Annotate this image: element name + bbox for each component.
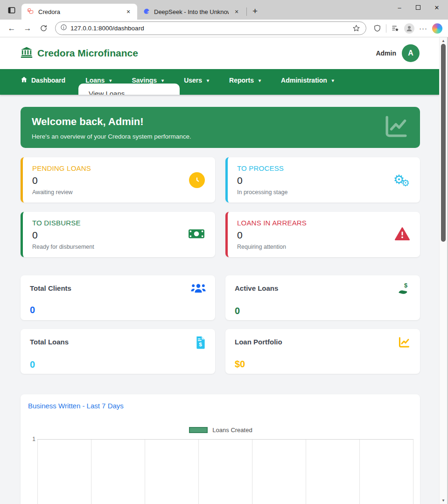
- url-text[interactable]: 127.0.0.1:8000/dashboard: [70, 25, 347, 32]
- page-scrollbar[interactable]: ▲ ▼: [439, 37, 447, 504]
- new-tab-button[interactable]: +: [249, 6, 261, 16]
- tab-credora[interactable]: Credora ×: [21, 4, 137, 20]
- tab-actions-icon[interactable]: [5, 3, 19, 17]
- browser-toolbar: ← → 127.0.0.1:8000/dashboard ···: [0, 20, 448, 37]
- grid-column: [360, 440, 413, 504]
- nav-item-administration[interactable]: Administration▾: [281, 74, 344, 87]
- welcome-banner: Welcome back, Admin! Here's an overview …: [21, 107, 420, 148]
- stat-title: TO DISBURSE: [32, 219, 206, 227]
- stat-title: PENDING LOANS: [32, 164, 206, 172]
- user-avatar[interactable]: A: [402, 44, 420, 62]
- main-nav: Dashboard Loans▾ Savings▾ Users▾ Reports…: [0, 69, 439, 95]
- maximize-icon: [416, 5, 420, 10]
- summary-card-loan-portfolio: Loan Portfolio $0: [225, 329, 420, 374]
- stat-value: 0: [32, 175, 206, 186]
- stat-subtitle: Awaiting review: [32, 189, 206, 196]
- laravel-favicon-icon: [27, 7, 35, 16]
- grid-column: [145, 440, 199, 504]
- welcome-title: Welcome back, Admin!: [32, 116, 409, 128]
- stat-card-to-disburse: TO DISBURSE 0 Ready for disbursement: [21, 212, 215, 257]
- summary-value: 0: [30, 359, 206, 370]
- svg-text:$: $: [404, 282, 407, 289]
- nav-item-users[interactable]: Users▾: [184, 74, 219, 87]
- brand[interactable]: Credora Microfinance: [21, 46, 138, 60]
- browser-essentials-icon[interactable]: [371, 22, 383, 35]
- gears-icon: ⚙⚙: [393, 173, 410, 187]
- scroll-up-icon[interactable]: ▲: [440, 39, 447, 43]
- minimize-button[interactable]: –: [390, 0, 409, 15]
- summary-title: Loan Portfolio: [235, 336, 282, 346]
- address-bar[interactable]: 127.0.0.1:8000/dashboard: [55, 21, 366, 35]
- stat-value: 0: [237, 175, 411, 186]
- clock-icon: [189, 172, 205, 188]
- close-window-button[interactable]: ✕: [427, 0, 446, 15]
- scrollbar-thumb[interactable]: [441, 44, 446, 242]
- window-controls: – ✕: [390, 0, 446, 15]
- chevron-down-icon: ▾: [332, 78, 334, 83]
- summary-value: 0: [30, 305, 206, 315]
- legend-label: Loans Created: [212, 427, 252, 434]
- stat-subtitle: Requiring attention: [237, 244, 411, 250]
- favorite-star-icon[interactable]: [350, 22, 362, 35]
- invoice-dollar-icon: $: [196, 336, 206, 351]
- brand-name: Credora Microfinance: [37, 48, 138, 59]
- bank-icon: [21, 46, 33, 60]
- tab-deepseek[interactable]: DeepSeek - Into the Unknown ×: [137, 4, 245, 20]
- maximize-button[interactable]: [409, 0, 427, 15]
- money-bill-icon: [188, 228, 205, 242]
- svg-text:$: $: [199, 341, 202, 348]
- stat-title: LOANS IN ARREARS: [237, 219, 411, 227]
- chevron-down-icon: ▾: [207, 78, 209, 83]
- stat-title: TO PROCESS: [237, 164, 411, 172]
- tab-close-icon[interactable]: ×: [232, 7, 241, 16]
- hand-dollar-icon: $: [398, 282, 411, 297]
- back-button[interactable]: ←: [5, 21, 19, 35]
- page: Credora Microfinance Admin A Dashboard L…: [0, 37, 448, 504]
- site-info-icon[interactable]: [60, 24, 67, 33]
- tab-divider: [246, 7, 247, 16]
- nav-item-reports[interactable]: Reports▾: [229, 74, 271, 87]
- summary-card-active-loans: Active Loans $ 0: [225, 275, 420, 320]
- grid-column: [306, 440, 360, 504]
- welcome-subtitle: Here's an overview of your Credora syste…: [32, 133, 409, 140]
- forward-button[interactable]: →: [21, 21, 35, 35]
- tab-title: Credora: [38, 8, 120, 15]
- chevron-down-icon: ▾: [259, 78, 261, 83]
- chevron-down-icon: ▾: [109, 78, 112, 83]
- chart-plot: 1: [28, 439, 413, 504]
- user-label: Admin: [376, 49, 396, 57]
- summary-card-total-clients: Total Clients 0: [21, 275, 215, 320]
- summary-title: Total Clients: [30, 282, 71, 292]
- chevron-down-icon: ▾: [161, 78, 164, 83]
- tab-title: DeepSeek - Into the Unknown: [154, 8, 229, 15]
- loans-dropdown-menu: View Loans: [78, 84, 180, 95]
- copilot-icon[interactable]: [431, 22, 443, 35]
- y-axis-tick: 1: [28, 436, 37, 504]
- dropdown-item-view-loans[interactable]: View Loans: [89, 90, 180, 95]
- page-content: Credora Microfinance Admin A Dashboard L…: [0, 37, 439, 504]
- chart-line-icon: [383, 113, 410, 141]
- grid-column: [252, 440, 306, 504]
- profile-avatar[interactable]: [403, 22, 415, 35]
- chart-line-icon: [398, 336, 411, 350]
- stat-value: 0: [32, 230, 206, 241]
- chart-title: Business Written - Last 7 Days: [28, 402, 413, 410]
- favorites-hub-icon[interactable]: [389, 22, 401, 35]
- tab-close-icon[interactable]: ×: [124, 7, 133, 16]
- grid-column: [91, 440, 145, 504]
- stat-value: 0: [237, 230, 411, 241]
- summary-value: 0: [235, 306, 411, 316]
- stat-cards: PENDING LOANS 0 Awaiting review TO PROCE…: [21, 157, 420, 257]
- chart-legend[interactable]: Loans Created: [28, 427, 413, 434]
- summary-card-total-loans: Total Loans $ 0: [21, 329, 215, 374]
- summary-title: Total Loans: [30, 336, 69, 346]
- scroll-down-icon[interactable]: ▼: [440, 498, 447, 503]
- nav-item-dashboard[interactable]: Dashboard: [21, 73, 75, 87]
- chart-card: Business Written - Last 7 Days Loans Cre…: [21, 394, 420, 504]
- legend-swatch: [189, 427, 208, 433]
- home-icon: [21, 76, 28, 84]
- settings-more-icon[interactable]: ···: [417, 22, 429, 35]
- refresh-button[interactable]: [36, 21, 50, 35]
- deepseek-favicon-icon: [143, 7, 150, 16]
- grid-column: [37, 440, 91, 504]
